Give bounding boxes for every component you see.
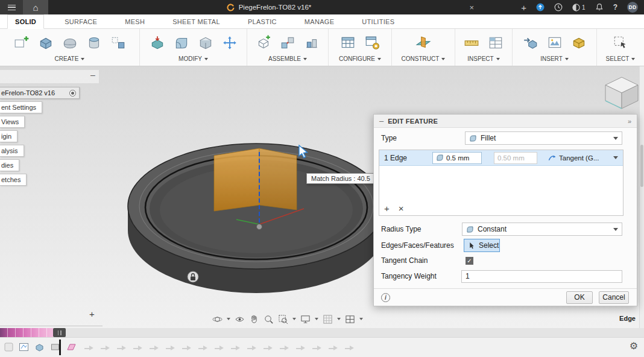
fit-icon[interactable] <box>278 314 288 324</box>
ok-button[interactable]: OK <box>566 291 593 304</box>
align-icon[interactable] <box>303 34 321 52</box>
new-component-icon[interactable] <box>255 34 273 52</box>
activate-component-radio[interactable] <box>69 90 76 96</box>
continuity-dropdown[interactable]: Tangent (G... <box>548 154 620 162</box>
extrude-icon[interactable] <box>37 34 54 52</box>
analysis-icon[interactable] <box>487 34 505 52</box>
pattern-icon[interactable] <box>109 34 127 52</box>
user-avatar[interactable]: DD <box>627 2 638 13</box>
app-menu-button[interactable] <box>0 0 23 14</box>
new-document-tab-button[interactable]: + <box>521 3 526 12</box>
joint-icon[interactable] <box>279 34 297 52</box>
press-pull-icon[interactable] <box>148 34 166 52</box>
close-document-button[interactable]: × <box>469 4 474 11</box>
browser-item-document-settings[interactable]: ent Settings <box>0 101 42 113</box>
dialog-expand-icon[interactable]: » <box>628 118 631 125</box>
insert-menu[interactable]: INSERT <box>540 55 569 62</box>
look-at-icon[interactable] <box>235 314 245 324</box>
tab-mesh[interactable]: MESH <box>118 14 152 28</box>
chevron-down-icon[interactable] <box>227 318 230 320</box>
cancel-button[interactable]: Cancel <box>599 291 629 304</box>
add-edge-set-button[interactable]: + <box>384 204 390 213</box>
extension-clock-icon[interactable] <box>554 3 563 11</box>
info-icon[interactable]: i <box>381 293 390 302</box>
tangency-weight-input[interactable]: 1 <box>461 270 622 283</box>
inspect-menu[interactable]: INSPECT <box>467 55 499 62</box>
grid-icon[interactable] <box>323 314 333 324</box>
tangent-chain-checkbox[interactable]: ✓ <box>466 257 473 265</box>
dialog-header[interactable]: – EDIT FEATURE » <box>374 115 637 128</box>
zoom-icon[interactable] <box>264 314 274 324</box>
tab-plastic[interactable]: PLASTIC <box>241 14 284 28</box>
timeline-playhead[interactable] <box>59 340 61 355</box>
scrollbar-thumb[interactable] <box>640 145 643 187</box>
chevron-down-icon[interactable] <box>359 318 363 320</box>
timeline-settings-gear-icon[interactable]: ⚙ <box>630 341 638 351</box>
configuration-table-icon[interactable] <box>364 34 381 52</box>
home-button[interactable]: ⌂ <box>23 0 48 14</box>
move-icon[interactable] <box>221 34 238 52</box>
view-cube[interactable] <box>603 75 640 110</box>
pan-icon[interactable] <box>249 314 259 324</box>
cylinder-icon[interactable] <box>85 34 103 52</box>
browser-add-button[interactable]: + <box>89 309 95 319</box>
document-tab[interactable]: PiegeFrelon-TO82 v16* × <box>58 0 480 14</box>
tab-solid[interactable]: SOLID <box>7 14 44 29</box>
tab-surface[interactable]: SURFACE <box>57 14 104 28</box>
collaborators-button[interactable]: 1 <box>572 4 586 11</box>
type-dropdown[interactable]: Fillet <box>465 131 622 145</box>
timeline-overview-strip[interactable] <box>0 328 53 337</box>
configure-menu[interactable]: CONFIGURE <box>339 55 381 62</box>
timeline-feature-plane[interactable] <box>66 342 77 352</box>
select-icon[interactable] <box>612 34 630 52</box>
tab-manage[interactable]: MANAGE <box>297 14 341 28</box>
create-form-icon[interactable] <box>61 34 78 52</box>
radius-input[interactable]: 0.5 mm <box>432 152 482 164</box>
construct-menu[interactable]: CONSTRUCT <box>402 55 446 62</box>
dialog-collapse-icon[interactable]: – <box>379 117 384 125</box>
tab-utilities[interactable]: UTILITIES <box>355 14 402 28</box>
browser-item-origin[interactable]: igin <box>0 130 17 142</box>
browser-collapse-button[interactable]: – <box>88 71 98 80</box>
timeline-scrub-handle[interactable] <box>53 328 66 337</box>
job-status-icon[interactable] <box>536 3 545 11</box>
remove-edge-set-button[interactable]: × <box>399 204 404 213</box>
help-button[interactable]: ? <box>613 3 617 11</box>
tab-sheet-metal[interactable]: SHEET METAL <box>165 14 227 28</box>
radius-type-dropdown[interactable]: Constant <box>462 223 622 236</box>
edge-set-row[interactable]: 1 Edge 0.5 mm 0.50 mm Tangent (G... <box>379 150 623 166</box>
browser-item-named-views[interactable]: Views <box>0 116 25 128</box>
model-canvas[interactable] <box>109 121 398 302</box>
fillet-icon[interactable] <box>172 34 190 52</box>
select-button[interactable]: Select <box>464 239 500 252</box>
viewports-icon[interactable] <box>345 314 355 324</box>
origin-point[interactable] <box>257 224 262 230</box>
select-menu[interactable]: SELECT <box>606 55 636 62</box>
display-settings-icon[interactable] <box>300 314 311 324</box>
chevron-down-icon[interactable] <box>292 318 296 320</box>
sketch-planes[interactable] <box>214 148 297 211</box>
configure-icon[interactable] <box>339 34 357 52</box>
secondary-radius-input[interactable]: 0.50 mm <box>494 152 537 164</box>
insert-derive-icon[interactable] <box>522 34 539 52</box>
create-menu[interactable]: CREATE <box>55 55 85 62</box>
timeline-feature-marker[interactable] <box>4 342 14 352</box>
browser-item-sketches[interactable]: etches <box>0 174 27 186</box>
construct-plane-icon[interactable] <box>415 34 432 52</box>
shell-icon[interactable] <box>197 34 214 52</box>
timeline-feature-sketch[interactable] <box>19 342 29 352</box>
modify-menu[interactable]: MODIFY <box>178 55 208 62</box>
viewport-scrollbar[interactable] <box>639 66 644 328</box>
mcmaster-carr-icon[interactable] <box>570 34 587 52</box>
browser-item-bodies[interactable]: dies <box>0 159 19 171</box>
browser-root-node[interactable]: eFrelon-TO82 v16 <box>0 87 80 99</box>
timeline-feature-extrude[interactable] <box>34 342 45 352</box>
create-sketch-icon[interactable] <box>13 34 30 52</box>
chevron-down-icon[interactable] <box>315 318 318 320</box>
notifications-bell-icon[interactable] <box>595 3 604 11</box>
measure-icon[interactable] <box>463 34 481 52</box>
chevron-down-icon[interactable] <box>337 318 341 320</box>
assemble-menu[interactable]: ASSEMBLE <box>268 55 307 62</box>
orbit-icon[interactable] <box>212 314 223 324</box>
canvas-icon[interactable] <box>546 34 563 52</box>
